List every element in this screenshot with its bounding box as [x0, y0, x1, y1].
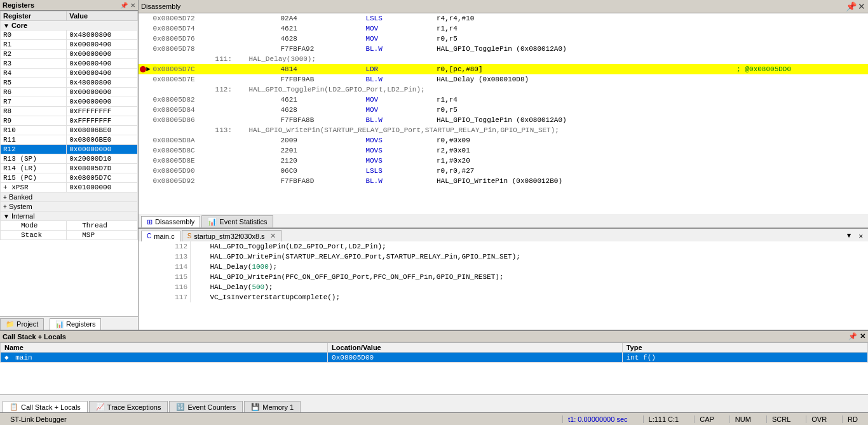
mnemonic-cell: MOVS: [364, 135, 435, 145]
event-counters-tab-label: Event Counters: [187, 403, 236, 411]
source-content[interactable]: 112 HAL_GPIO_TogglePin(LD2_GPIO_Port,LD2…: [139, 241, 868, 330]
value-col-header: Value: [67, 11, 138, 21]
registers-panel: Registers 📌 ✕ Register Value: [0, 0, 139, 330]
r9-value: 0xFFFFFFFF: [67, 116, 138, 126]
comment-cell: [731, 74, 868, 84]
source-panel: C main.c S startup_stm32f030x8.s ✕ ▼ ✕: [139, 228, 868, 330]
internal-expand[interactable]: ▼: [3, 213, 10, 220]
reg-r0[interactable]: R00x48000800: [1, 30, 138, 40]
source-close-icon[interactable]: ✕: [856, 232, 865, 240]
callstack-pin-icon[interactable]: 📌: [848, 332, 857, 341]
close-disassembly-icon[interactable]: ✕: [858, 1, 865, 11]
r1-value: 0x00000400: [67, 40, 138, 50]
r14-name: R14 (LR): [1, 164, 67, 173]
reg-r8[interactable]: R80xFFFFFFFF: [1, 107, 138, 116]
reg-r4[interactable]: R40x00000400: [1, 69, 138, 78]
s-file-icon: S: [187, 233, 192, 239]
comment-cell: [731, 166, 868, 176]
tab-registers[interactable]: 📊 Registers: [50, 318, 102, 330]
arrow-cell: [139, 84, 152, 95]
type-column-header: Type: [622, 343, 867, 353]
operands-cell: r0,r5: [435, 105, 731, 115]
source-code: HAL_GPIO_WritePin(STARTUP_RELAY_GPIO_Por…: [191, 252, 869, 262]
bottom-tabs: 📋 Call Stack + Locals 📈 Trace Exceptions…: [0, 395, 868, 412]
address-cell: 0x08005D8A: [152, 135, 280, 145]
core-section: ▼ Core: [1, 21, 138, 30]
tab-project[interactable]: 📁 Project: [0, 318, 44, 330]
close-icon[interactable]: ✕: [130, 2, 135, 9]
opcode-cell: 4628: [279, 34, 364, 44]
registers-header-icons: 📌 ✕: [120, 2, 135, 9]
disassembly-tabs: ⊞ Disassembly 📊 Event Statistics: [139, 214, 868, 228]
diamond-icon: ◆: [4, 354, 9, 361]
reg-r3[interactable]: R30x00000400: [1, 59, 138, 69]
register-col-header: Register: [1, 11, 67, 21]
reg-r11[interactable]: R110x08006BE0: [1, 135, 138, 145]
reg-r15[interactable]: R15 (PC)0x08005D7C: [1, 173, 138, 183]
opcode-cell: F7FBFA8D: [279, 176, 364, 186]
mnemonic-cell: MOV: [364, 95, 435, 105]
pin-icon[interactable]: 📌: [846, 1, 857, 11]
callstack-row-main[interactable]: ◆ main 0x08005D00 int f(): [1, 353, 868, 363]
callstack-column-headers: Name Location/Value Type: [1, 343, 868, 353]
trace-tab-label: Trace Exceptions: [107, 403, 161, 411]
callstack-content[interactable]: Name Location/Value Type ◆ main 0x08005D…: [0, 342, 868, 395]
location-status: L:111 C:1: [643, 415, 684, 423]
reg-r14[interactable]: R14 (LR)0x08005D7D: [1, 164, 138, 173]
callstack-header: Call Stack + Locals 📌 ✕: [0, 331, 868, 342]
disassembly-tab-label: Disassembly: [155, 218, 194, 226]
debugger-status: ST-Link Debugger: [5, 415, 72, 423]
main-c-tab-label: main.c: [154, 233, 174, 240]
source-tab-main-c[interactable]: C main.c: [141, 231, 180, 241]
r11-name: R11: [1, 135, 67, 145]
system-expand[interactable]: +: [3, 203, 7, 210]
arrow-cell: [139, 34, 152, 44]
main-container: Registers 📌 ✕ Register Value: [0, 0, 868, 425]
comment-cell: [731, 95, 868, 105]
r7-value: 0x00000000: [67, 97, 138, 107]
num-status: NUM: [729, 415, 756, 423]
reg-r5[interactable]: R50x48000800: [1, 78, 138, 88]
reg-r2[interactable]: R20x00000000: [1, 50, 138, 59]
tab-event-statistics[interactable]: 📊 Event Statistics: [201, 215, 273, 227]
reg-r6[interactable]: R60x00000000: [1, 88, 138, 97]
table-row: 113: HAL_GPIO_WritePin(STARTUP_RELAY_GPI…: [139, 125, 868, 135]
address-cell: 0x08005D82: [152, 95, 280, 105]
core-expand[interactable]: ▼: [3, 22, 10, 29]
pin-icon[interactable]: 📌: [120, 2, 128, 9]
reg-r10[interactable]: R100x08006BE0: [1, 126, 138, 135]
comment-line: 111: HAL_Delay(3000);: [152, 54, 868, 64]
table-row: 0x08005D76 4628 MOV r0,r5: [139, 34, 868, 44]
bottom-tab-event-counters[interactable]: 🔢 Event Counters: [169, 401, 243, 412]
disassembly-content[interactable]: 0x08005D72 02A4 LSLS r4,r4,#10 0x08005D7…: [139, 13, 868, 214]
address-cell: 0x08005D90: [152, 166, 280, 176]
reg-r12[interactable]: R120x00000000: [1, 145, 138, 154]
source-tab-startup[interactable]: S startup_stm32f030x8.s ✕: [182, 230, 281, 241]
reg-r1[interactable]: R10x00000400: [1, 40, 138, 50]
callstack-title: Call Stack + Locals: [3, 333, 66, 341]
tab-disassembly[interactable]: ⊞ Disassembly: [141, 216, 200, 227]
bottom-tab-trace[interactable]: 📈 Trace Exceptions: [89, 401, 168, 412]
r1-name: R1: [1, 40, 67, 50]
disassembly-toolbar: 📌 ✕: [846, 1, 865, 11]
r12-name: R12: [1, 145, 67, 154]
arrow-cell: [139, 156, 152, 166]
reg-r9[interactable]: R90xFFFFFFFF: [1, 116, 138, 126]
c-file-icon: C: [147, 233, 151, 239]
reg-r13[interactable]: R13 (SP)0x20000D10: [1, 154, 138, 164]
source-code: HAL_GPIO_WritePin(PFC_ON_OFF_GPIO_Port,P…: [191, 272, 869, 282]
bottom-tab-callstack[interactable]: 📋 Call Stack + Locals: [3, 401, 88, 412]
source-code: VC_IsInverterStartUpComplete();: [191, 292, 869, 302]
caps-status: CAP: [694, 415, 719, 423]
callstack-close-icon[interactable]: ✕: [860, 332, 865, 341]
source-dropdown-icon[interactable]: ▼: [844, 232, 854, 240]
status-bar: ST-Link Debugger t1: 0.00000000 sec L:11…: [0, 412, 868, 425]
banked-expand[interactable]: +: [3, 194, 7, 201]
reg-r7[interactable]: R70x00000000: [1, 97, 138, 107]
arrow-cell: [139, 13, 152, 24]
bottom-tab-memory1[interactable]: 💾 Memory 1: [244, 401, 301, 412]
opcode-cell: 2201: [279, 145, 364, 156]
arrow-cell: [139, 125, 152, 135]
reg-xpsr[interactable]: + xPSR0x01000000: [1, 183, 138, 192]
startup-tab-close[interactable]: ✕: [270, 232, 276, 240]
